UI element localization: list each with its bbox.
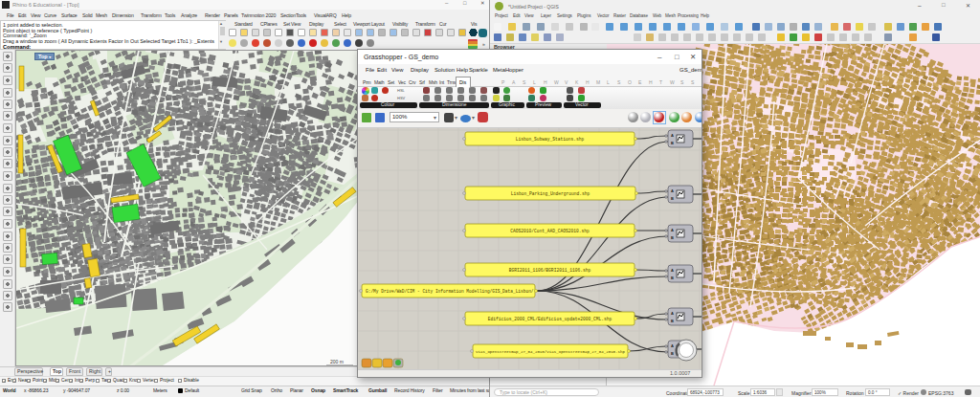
svg-text:Lisbon_Parking_Underground.shp: Lisbon_Parking_Underground.shp (511, 191, 590, 196)
svg-text:A: A (671, 311, 674, 316)
svg-text:A: A (671, 188, 674, 193)
svg-text:B: B (671, 319, 674, 323)
svg-text:B: B (671, 196, 674, 201)
svg-text:CAOS2010/Cont_AAD_CAOS2010.shp: CAOS2010/Cont_AAD_CAOS2010.shp (510, 229, 590, 233)
svg-text:Lisbon_Subway_Stations.shp: Lisbon_Subway_Stations.shp (516, 137, 585, 142)
svg-text:200 m: 200 m (330, 359, 344, 364)
svg-text:B: B (671, 235, 674, 240)
svg-text:Edificios_2000_CML/Edificios_u: Edificios_2000_CML/Edificios_update2000_… (488, 317, 612, 321)
svg-text:B: B (671, 276, 674, 280)
svg-text:B: B (671, 351, 674, 356)
svg-text:A: A (671, 133, 674, 138)
svg-text:A: A (671, 343, 674, 348)
svg-text:A: A (671, 268, 674, 273)
svg-text:B: B (671, 141, 674, 145)
svg-text:A: A (671, 228, 674, 232)
svg-text:G:/My Drive/WaD/CIM - City Inf: G:/My Drive/WaD/CIM - City Information M… (366, 289, 534, 294)
svg-text:Vias_openstreetmap_27_04_2010/: Vias_openstreetmap_27_04_2010/Vias_opens… (476, 349, 625, 354)
svg-text:BGRI2011_1106/BGRI2011_1106.sh: BGRI2011_1106/BGRI2011_1106.shp (509, 268, 591, 273)
